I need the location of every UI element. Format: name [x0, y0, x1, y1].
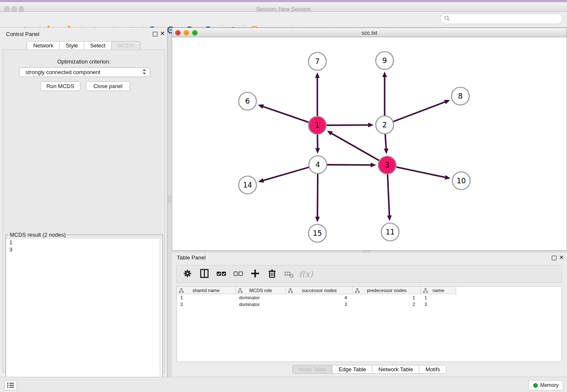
tab-network[interactable]: Network: [27, 41, 60, 50]
status-bar: Memory: [0, 377, 567, 392]
graph-node-7[interactable]: 7: [308, 52, 326, 70]
delete-table-icon: [284, 268, 295, 280]
column-label: shared name: [193, 288, 220, 293]
graph-node-2[interactable]: 2: [376, 116, 394, 134]
tab-style[interactable]: Style: [59, 41, 84, 50]
criterion-dropdown[interactable]: strongly connected component: [19, 67, 150, 77]
cell-MCDS-role: dominator: [236, 301, 286, 308]
network-canvas-svg: 1234678910111415: [172, 37, 567, 250]
mcds-panel: Optimization criterion: strongly connect…: [3, 50, 165, 372]
graph-node-4[interactable]: 4: [309, 156, 327, 174]
tab-select[interactable]: Select: [84, 41, 112, 50]
table-tab-motifs[interactable]: Motifs: [419, 365, 446, 374]
table-tab-node-table[interactable]: Node Table: [292, 365, 333, 374]
graph-node-10[interactable]: 10: [452, 172, 470, 190]
select-all-icon: [216, 268, 227, 280]
criterion-dropdown-value: strongly connected component: [25, 69, 142, 75]
svg-text:3: 3: [385, 161, 390, 169]
columns-button[interactable]: [199, 268, 210, 279]
float-panel-icon[interactable]: [153, 32, 157, 36]
column-label: MCDS role: [249, 288, 272, 293]
mcds-result-textarea[interactable]: 13: [6, 239, 162, 391]
run-mcds-button[interactable]: Run MCDS: [40, 81, 80, 91]
cell-predecessor-nodes: 1: [353, 294, 421, 301]
title-bar[interactable]: Session: New Session: [0, 2, 567, 12]
column-header-shared-name[interactable]: shared name: [177, 287, 236, 294]
memory-label: Memory: [540, 382, 559, 388]
search-icon: [444, 15, 450, 22]
graph-node-9[interactable]: 9: [376, 52, 394, 69]
table-row[interactable]: 1dominator411: [177, 294, 561, 301]
column-label: successor nodes: [302, 288, 337, 293]
column-header-MCDS-role[interactable]: MCDS role: [236, 287, 286, 294]
list-icon: [7, 382, 14, 389]
mcds-result-value: 1: [6, 239, 162, 246]
graph-node-14[interactable]: 14: [239, 176, 256, 194]
cell-successor-nodes: 3: [286, 301, 353, 308]
cell-shared-name: 1: [177, 294, 236, 301]
select-all-button[interactable]: [216, 268, 227, 279]
graph-node-6[interactable]: 6: [239, 92, 256, 110]
control-panel-title: Control Panel: [6, 31, 39, 37]
close-panel-icon[interactable]: ✕: [160, 30, 165, 37]
memory-status-icon: [533, 383, 538, 388]
table-panel-title: Table Panel: [177, 254, 206, 261]
network-view-window: ✕ − ＋ scc.txt 1234678910111415: [172, 28, 567, 251]
memory-button[interactable]: Memory: [528, 380, 563, 390]
search-box[interactable]: [440, 14, 563, 24]
mcds-result-value: 3: [6, 246, 162, 253]
table-row[interactable]: 3dominator323: [177, 301, 561, 308]
node-table-body: 1dominator4113dominator323: [177, 294, 561, 308]
dropdown-stepper-icon: [142, 69, 146, 76]
graph-node-1[interactable]: 1: [308, 116, 326, 134]
network-window-titlebar[interactable]: ✕ − ＋ scc.txt: [172, 28, 567, 37]
horizontal-splitter-handle[interactable]: [363, 251, 370, 252]
svg-text:6: 6: [245, 97, 250, 105]
graph-node-15[interactable]: 15: [308, 224, 326, 242]
table-toolbar: f(x): [176, 265, 562, 283]
cell-shared-name: 3: [177, 301, 236, 308]
deselect-all-button[interactable]: [233, 268, 244, 279]
svg-text:15: 15: [313, 229, 322, 237]
control-panel: Control Panel ✕ NetworkStyleSelectMCDS O…: [0, 28, 168, 377]
deselect-all-icon: [233, 268, 244, 280]
mcds-result-groupbox: MCDS result (2 nodes) 13: [6, 235, 163, 391]
delete-row-button[interactable]: [267, 268, 278, 279]
svg-text:1: 1: [315, 121, 320, 130]
graph-node-3[interactable]: 3: [378, 156, 396, 174]
add-row-button[interactable]: [250, 268, 261, 279]
svg-text:2: 2: [383, 121, 387, 129]
result-scrollbar[interactable]: [160, 239, 162, 391]
application-window: Session: New Session Control Panel ✕ Net…: [0, 0, 567, 392]
svg-text:10: 10: [457, 177, 466, 185]
table-tab-edge-table[interactable]: Edge Table: [332, 365, 372, 374]
table-float-icon[interactable]: [552, 256, 556, 260]
graph-edges: [258, 72, 451, 222]
delete-row-icon: [267, 268, 278, 280]
settings-button[interactable]: [182, 268, 193, 279]
column-label: name: [432, 288, 444, 293]
add-row-icon: [250, 268, 261, 280]
table-close-icon[interactable]: ✕: [559, 254, 564, 261]
search-input[interactable]: [450, 15, 562, 23]
vertical-splitter-handle[interactable]: [168, 196, 171, 203]
column-header-name[interactable]: name: [421, 287, 456, 294]
close-panel-button[interactable]: Close panel: [86, 81, 130, 91]
svg-text:8: 8: [458, 92, 463, 100]
graph-node-8[interactable]: 8: [451, 87, 469, 105]
network-canvas[interactable]: 1234678910111415: [172, 37, 567, 250]
cell-name: 1: [421, 294, 456, 301]
table-tab-network-table[interactable]: Network Table: [372, 365, 419, 374]
table-panel-tabs: Node TableEdge TableNetwork TableMotifs: [172, 365, 567, 374]
task-history-button[interactable]: [4, 380, 17, 390]
optimization-criterion-label: Optimization criterion:: [3, 58, 165, 65]
control-panel-tabs: NetworkStyleSelectMCDS: [0, 41, 167, 50]
window-title: Session: New Session: [0, 6, 567, 12]
node-table: shared nameMCDS rolesuccessor nodesprede…: [176, 286, 562, 362]
graph-node-11[interactable]: 11: [381, 223, 399, 241]
column-header-successor-nodes[interactable]: successor nodes: [286, 287, 353, 294]
delete-table-button: [284, 268, 295, 279]
columns-icon: [199, 268, 210, 280]
column-header-predecessor-nodes[interactable]: predecessor nodes: [353, 287, 421, 294]
tab-mcds[interactable]: MCDS: [111, 41, 140, 50]
